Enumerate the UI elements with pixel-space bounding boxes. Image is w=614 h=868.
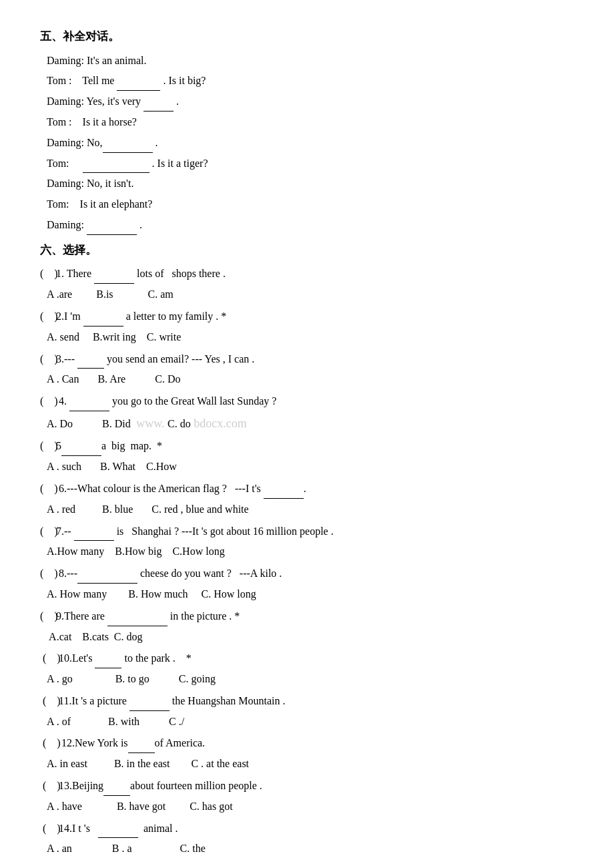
choice-options-12: A. in east B. in the east C . at the eas… [47,754,574,774]
choice-options-1: A .are B.is C. am [47,285,574,304]
choice-paren-8: ( ) [40,564,56,584]
choice-item-11: ( )11.It 's a picture the Huangshan Moun… [40,692,574,711]
choice-options-13: A . have B. have got C. has got [47,797,574,817]
choice-paren-4: ( ) [40,392,56,411]
choice-item-14: ( )14.I t 's animal . [40,819,574,839]
choice-paren-11: ( ) [43,692,59,711]
choice-options-6: A . red B. blue C. red , blue and white [47,500,574,519]
choice-paren-7: ( ) [40,522,56,541]
choice-paren-6: ( ) [40,479,56,499]
choice-section: ( )1. There lots of shops there . A .are… [40,264,574,859]
choice-paren-3: ( ) [40,350,56,369]
dialog-line-9: Daming: . [47,216,574,235]
choice-options-9: A.cat B.cats C. dog [47,628,574,647]
choice-options-5: A . such B. What C.How [47,457,574,477]
section6-title: 六、选择。 [40,240,574,261]
choice-paren-13: ( ) [43,777,59,796]
dialog-line-3: Daming: Yes, it's very . [47,92,574,112]
dialog-line-7: Daming: No, it isn't. [47,174,574,194]
choice-paren-14: ( ) [43,819,59,839]
choice-item-7: ( )7.-- is Shanghai ? ---It 's got about… [40,522,574,541]
choice-item-10: ( )10.Let's to the park . * [40,649,574,668]
choice-options-3: A . Can B. Are C. Do [47,370,574,389]
choice-item-5: ( )5a big map. * [40,437,574,456]
choice-item-1: ( )1. There lots of shops there . [40,264,574,284]
choice-options-14: A . an B . a C. the [47,839,574,859]
choice-item-6: ( ) 6.---What colour is the American fla… [40,479,574,499]
dialog-line-2: Tom : Tell me . Is it big? [47,71,574,91]
choice-item-8: ( ) 8.--- cheese do you want ? ---A kilo… [40,564,574,584]
choice-item-9: ( )9.There are in the picture . * [40,607,574,626]
section5-title: 五、补全对话。 [40,27,574,47]
choice-paren-9: ( ) [40,607,56,626]
choice-options-10: A . go B. to go C. going [47,670,574,689]
choice-item-13: ( )13.Beijingabout fourteen million peop… [40,777,574,796]
choice-options-2: A. send B.writ ing C. write [47,328,574,347]
dialog-line-8: Tom: Is it an elephant? [47,195,574,214]
dialog-container: Daming: It's an animal. Tom : Tell me . … [40,51,574,235]
choice-options-7: A.How many B.How big C.How long [47,542,574,562]
dialog-line-6: Tom: . Is it a tiger? [47,154,574,174]
choice-item-12: ( ) 12.New York isof America. [40,734,574,753]
choice-paren-10: ( ) [43,649,59,668]
dialog-line-5: Daming: No, . [47,134,574,153]
choice-options-11: A . of B. with C ./ [47,712,574,732]
dialog-line-1: Daming: It's an animal. [47,51,574,71]
choice-paren-12: ( ) [43,734,59,753]
choice-item-3: ( )3.--- you send an email? --- Yes , I … [40,350,574,369]
choice-paren-2: ( ) [40,307,56,327]
choice-options-8: A. How many B. How much C. How long [47,585,574,604]
choice-paren-5: ( ) [40,437,56,456]
dialog-line-4: Tom : Is it a horse? [47,113,574,132]
choice-paren-1: ( ) [40,264,56,284]
choice-item-4: ( ) 4. you go to the Great Wall last Sun… [40,392,574,411]
choice-options-4: A. Do B. Did www. C. do bdocx.com [47,413,574,434]
choice-item-2: ( )2.I 'm a letter to my family . * [40,307,574,327]
